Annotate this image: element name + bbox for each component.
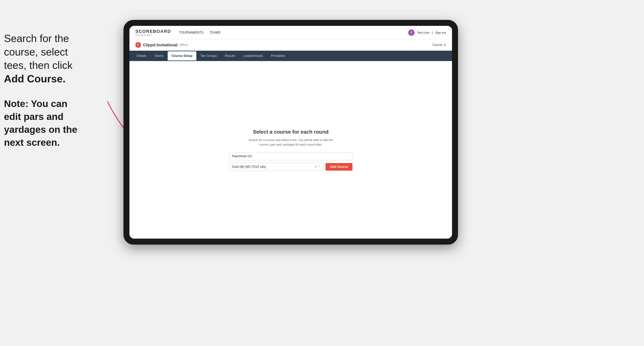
nav-left: SCOREBOARD Powered by clippd TOURNAMENTS… <box>136 29 220 36</box>
desc-line2: course, pars and yardages for each round… <box>259 143 322 146</box>
tee-select-dropdown[interactable]: Gold (M) (M) (7010 yds) ✕ ⌃ <box>229 163 324 171</box>
cancel-button[interactable]: Cancel ✕ <box>432 43 446 47</box>
content-description: Search for a course and select a tee. Yo… <box>229 138 352 147</box>
logo-subtitle: Powered by clippd <box>136 34 171 36</box>
logo-area: SCOREBOARD Powered by clippd <box>136 29 171 36</box>
nav-right: T Test User | Sign out <box>408 29 446 36</box>
annotation-line1: Search for the <box>4 33 69 44</box>
cancel-label: Cancel <box>432 43 442 47</box>
note-line3: yardages on the <box>4 124 77 135</box>
logo-title: SCOREBOARD <box>136 29 171 34</box>
clear-icon[interactable]: ✕ <box>315 165 317 169</box>
tournament-icon: C <box>136 42 141 48</box>
note-line4: next screen. <box>4 137 60 148</box>
content-card: Select a course for each round Search fo… <box>229 129 352 171</box>
tabs-bar: Details Teams Course Setup Tee Groups Re… <box>130 51 452 61</box>
tab-details[interactable]: Details <box>132 51 150 60</box>
tablet-screen: SCOREBOARD Powered by clippd TOURNAMENTS… <box>130 26 452 239</box>
annotation-area: Search for the course, select tees, then… <box>4 32 88 149</box>
tablet-device: SCOREBOARD Powered by clippd TOURNAMENTS… <box>124 20 458 245</box>
tab-printables[interactable]: Printables <box>267 51 289 60</box>
tournament-header: C Clippd Invitational (Men) Cancel ✕ <box>130 39 452 51</box>
note-line1: Note: You can <box>4 98 67 109</box>
add-course-button[interactable]: Add Course <box>326 163 352 171</box>
tournament-title-area: C Clippd Invitational (Men) <box>136 42 188 48</box>
desc-line1: Search for a course and select a tee. Yo… <box>249 138 333 142</box>
annotation-bold: Add Course. <box>4 73 66 85</box>
user-name: Test User <box>417 31 430 34</box>
nav-teams[interactable]: TEAMS <box>210 30 220 35</box>
tab-leaderboards[interactable]: Leaderboards <box>239 51 267 60</box>
annotation-note: Note: You can edit pars and yardages on … <box>4 97 88 149</box>
tab-course-setup[interactable]: Course Setup <box>168 51 196 60</box>
nav-links: TOURNAMENTS TEAMS <box>179 30 220 35</box>
nav-bar: SCOREBOARD Powered by clippd TOURNAMENTS… <box>130 26 452 39</box>
content-title: Select a course for each round <box>229 129 352 135</box>
tee-select-value: Gold (M) (M) (7010 yds) <box>232 165 266 169</box>
tournament-gender: (Men) <box>180 43 188 47</box>
tee-select-controls: ✕ ⌃ <box>315 165 320 169</box>
annotation-line3: tees, then click <box>4 59 72 71</box>
note-line2: edit pars and <box>4 111 64 122</box>
tee-select-row: Gold (M) (M) (7010 yds) ✕ ⌃ Add Course <box>229 163 352 171</box>
nav-separator: | <box>432 31 433 34</box>
tab-teams[interactable]: Teams <box>150 51 168 60</box>
nav-tournaments[interactable]: TOURNAMENTS <box>179 30 204 35</box>
tab-tee-groups[interactable]: Tee Groups <box>196 51 221 60</box>
sign-out-link[interactable]: Sign out <box>435 31 446 34</box>
chevron-down-icon: ⌃ <box>318 165 320 169</box>
tab-results[interactable]: Results <box>221 51 239 60</box>
cancel-icon: ✕ <box>444 43 446 47</box>
main-content: Select a course for each round Search fo… <box>130 61 452 239</box>
user-avatar: T <box>408 29 414 36</box>
annotation-line2: course, select <box>4 46 68 58</box>
annotation-main-text: Search for the course, select tees, then… <box>4 32 88 86</box>
tournament-name: Clippd Invitational <box>143 43 178 47</box>
course-search-input[interactable] <box>229 152 352 160</box>
